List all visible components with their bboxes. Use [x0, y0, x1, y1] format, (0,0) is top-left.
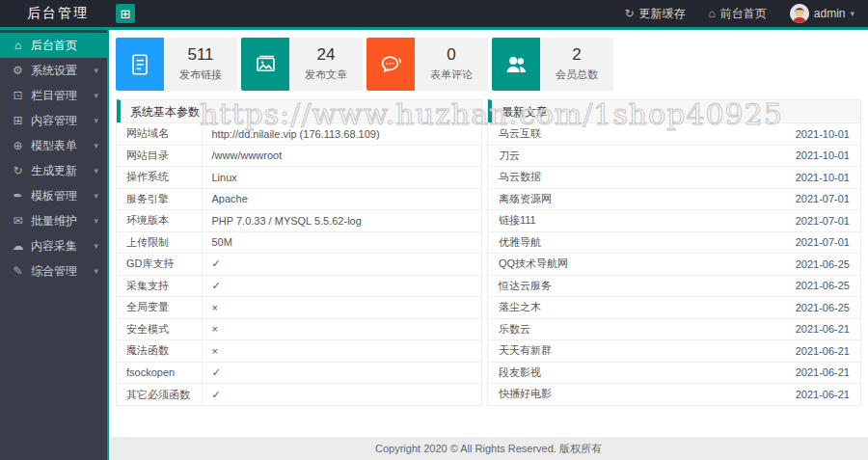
- chevron-down-icon: ▾: [94, 116, 98, 125]
- stat-label: 表单评论: [430, 68, 473, 82]
- sidebar-item-column-management[interactable]: ⊡ 栏目管理 ▾: [0, 83, 107, 108]
- table-row: fsockopen✓: [117, 362, 481, 384]
- pen-nib-icon: ✒: [11, 189, 25, 203]
- chevron-down-icon: ▾: [94, 241, 98, 251]
- article-row: 乌云互联2021-10-01: [488, 122, 860, 145]
- table-row: 采集支持✓: [117, 275, 481, 297]
- article-link[interactable]: 快播好电影: [499, 387, 552, 401]
- article-date: 2021-06-21: [796, 345, 850, 357]
- stat-cards: 511 发布链接 24 发布文章: [116, 38, 861, 91]
- stat-label: 发布链接: [179, 68, 222, 82]
- article-link[interactable]: 恒达云服务: [499, 279, 552, 293]
- article-link[interactable]: 天天有新群: [499, 343, 552, 358]
- chevron-down-icon: ▾: [94, 266, 98, 276]
- chevron-down-icon: ▾: [94, 91, 98, 100]
- latest-articles-panel: 最新文章 乌云互联2021-10-01 刀云2021-10-01 乌云数据202…: [487, 99, 861, 406]
- article-link[interactable]: QQ技术导航网: [499, 257, 568, 271]
- table-row: 环境版本PHP 7.0.33 / MYSQL 5.5.62-log: [117, 210, 481, 232]
- article-row: 恒达云服务2021-06-25: [488, 275, 860, 297]
- article-link[interactable]: 链接111: [499, 213, 536, 228]
- sidebar: ⌂ 后台首页 ⚙ 系统设置 ▾ ⊡ 栏目管理 ▾ ⊞ 内容管理 ▾ ⊕ 模型表单…: [0, 30, 109, 460]
- article-date: 2021-07-01: [796, 236, 850, 248]
- envelope-icon: ✉: [11, 214, 25, 228]
- article-date: 2021-06-25: [796, 258, 850, 270]
- article-date: 2021-10-01: [796, 128, 850, 140]
- article-link[interactable]: 落尘之木: [499, 300, 541, 314]
- panel-title-latest-articles: 最新文章: [488, 99, 860, 122]
- front-home-label: 前台首页: [720, 6, 767, 22]
- chevron-down-icon: ▾: [94, 191, 98, 201]
- article-row: 落尘之木2021-06-25: [488, 296, 860, 318]
- article-link[interactable]: 段友影视: [499, 365, 541, 380]
- sidebar-item-label: 系统设置: [31, 63, 77, 79]
- sidebar-item-content-collection[interactable]: ☁ 内容采集 ▾: [0, 233, 107, 258]
- home-icon: ⌂: [11, 39, 25, 52]
- sidebar-item-general-management[interactable]: ✎ 综合管理 ▾: [0, 258, 107, 284]
- update-cache-label: 更新缓存: [639, 6, 686, 22]
- topbar: 后台管理 ⊞ ↻ 更新缓存 ⌂ 前台首页 admin ▾: [0, 0, 868, 27]
- table-row: 服务引擎Apache: [117, 188, 481, 210]
- chevron-down-icon: ▾: [94, 166, 98, 176]
- table-row: GD库支持✓: [117, 254, 481, 276]
- stat-value: 0: [447, 46, 455, 65]
- sidebar-item-label: 内容采集: [31, 238, 77, 255]
- article-link[interactable]: 乐数云: [499, 322, 530, 337]
- sidebar-item-label: 模板管理: [31, 188, 77, 204]
- stat-value: 24: [317, 46, 336, 65]
- article-date: 2021-06-25: [796, 280, 850, 291]
- article-row: 天天有新群2021-06-21: [488, 339, 860, 362]
- table-row: 操作系统Linux: [117, 167, 481, 189]
- username: admin: [814, 7, 846, 20]
- article-link[interactable]: 刀云: [499, 149, 520, 163]
- sidebar-item-dashboard[interactable]: ⌂ 后台首页: [0, 33, 107, 58]
- users-icon: [492, 38, 540, 91]
- sidebar-item-content-management[interactable]: ⊞ 内容管理 ▾: [0, 108, 107, 133]
- collapse-sidebar-button[interactable]: ⊞: [116, 4, 135, 23]
- sidebar-item-template-management[interactable]: ✒ 模板管理 ▾: [0, 183, 107, 208]
- sidebar-item-batch-maintenance[interactable]: ✉ 批量维护 ▾: [0, 208, 107, 233]
- chevron-down-icon: ▾: [94, 66, 98, 75]
- stat-card-articles: 24 发布文章: [241, 38, 363, 91]
- article-row: 乌云数据2021-10-01: [488, 166, 860, 188]
- table-row: 全局变量×: [117, 297, 481, 319]
- article-date: 2021-07-01: [796, 193, 850, 204]
- chevron-down-icon: ▾: [94, 216, 98, 226]
- article-row: QQ技术导航网2021-06-25: [488, 253, 860, 275]
- sidebar-item-label: 栏目管理: [31, 88, 77, 104]
- article-row: 优雅导航2021-07-01: [488, 231, 860, 254]
- article-date: 2021-06-21: [796, 366, 850, 378]
- article-row: 段友影视2021-06-21: [488, 362, 860, 384]
- update-cache-button[interactable]: ↻ 更新缓存: [624, 6, 685, 22]
- chevron-down-icon: ▾: [94, 141, 98, 150]
- gear-icon: ⚙: [11, 64, 25, 77]
- front-home-button[interactable]: ⌂ 前台首页: [709, 6, 767, 22]
- article-row: 链接1112021-07-01: [488, 209, 860, 231]
- sidebar-item-label: 综合管理: [31, 263, 77, 280]
- chevron-down-icon: ▾: [850, 9, 854, 18]
- stat-value: 2: [572, 46, 581, 65]
- article-row: 刀云2021-10-01: [488, 145, 860, 167]
- article-date: 2021-10-01: [796, 149, 850, 161]
- stat-card-members: 2 会员总数: [492, 38, 613, 91]
- article-link[interactable]: 离殇资源网: [499, 192, 552, 206]
- sidebar-item-label: 生成更新: [31, 163, 77, 179]
- stat-card-comments: 0 表单评论: [366, 38, 488, 91]
- image-icon: [241, 38, 289, 91]
- avatar: [790, 4, 809, 23]
- table-row: 魔法函数×: [117, 340, 481, 363]
- main-content: 511 发布链接 24 发布文章: [109, 30, 868, 460]
- user-menu[interactable]: admin ▾: [790, 4, 854, 23]
- stat-value: 511: [187, 46, 213, 65]
- article-link[interactable]: 优雅导航: [499, 235, 541, 250]
- sidebar-item-model-forms[interactable]: ⊕ 模型表单 ▾: [0, 133, 107, 158]
- sidebar-item-system-settings[interactable]: ⚙ 系统设置 ▾: [0, 58, 107, 83]
- article-link[interactable]: 乌云互联: [499, 126, 541, 141]
- monitor-icon: ⊡: [11, 89, 25, 102]
- sidebar-item-label: 内容管理: [31, 113, 77, 129]
- sidebar-item-label: 批量维护: [31, 213, 77, 230]
- article-link[interactable]: 乌云数据: [499, 170, 541, 184]
- article-date: 2021-06-21: [796, 323, 850, 335]
- article-date: 2021-06-25: [796, 302, 850, 313]
- sidebar-item-generate-update[interactable]: ↻ 生成更新 ▾: [0, 158, 107, 183]
- article-row: 乐数云2021-06-21: [488, 318, 860, 340]
